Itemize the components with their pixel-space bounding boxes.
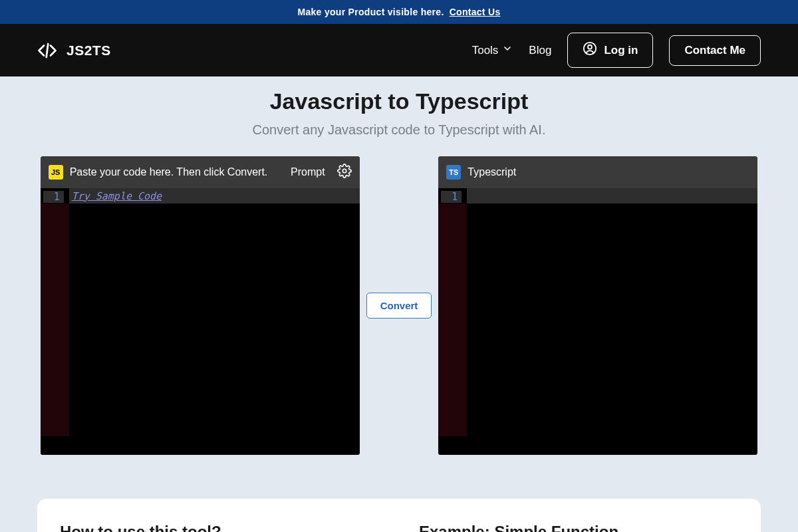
prompt-button[interactable]: Prompt (291, 166, 325, 178)
source-editor-header: JS Paste your code here. Then click Conv… (41, 156, 360, 188)
navbar: JS2TS Tools Blog Log in Contact Me (0, 24, 798, 76)
how-to-title: How to use this tool? (60, 523, 379, 532)
source-editor-label: Paste your code here. Then click Convert… (70, 166, 268, 178)
line-number: 1 (441, 191, 462, 203)
line-number: 1 (43, 191, 64, 203)
contact-me-button[interactable]: Contact Me (669, 35, 761, 66)
output-editor-header: TS Typescript (438, 156, 757, 188)
svg-point-3 (342, 169, 346, 173)
svg-point-2 (588, 45, 592, 49)
ts-badge-icon: TS (446, 165, 461, 180)
banner-contact-link[interactable]: Contact Us (450, 7, 501, 17)
source-editor-body[interactable]: 1 Try Sample Code (41, 188, 360, 455)
nav-blog[interactable]: Blog (529, 44, 551, 57)
page-subtitle: Convert any Javascript code to Typescrip… (0, 122, 798, 138)
editor-row: JS Paste your code here. Then click Conv… (0, 156, 798, 455)
how-to-section: How to use this tool? (60, 523, 379, 532)
source-editor: JS Paste your code here. Then click Conv… (41, 156, 360, 455)
login-button[interactable]: Log in (567, 33, 653, 68)
example-title: Example: Simple Function (419, 523, 738, 532)
output-editor-label: Typescript (467, 166, 516, 178)
svg-line-0 (47, 44, 49, 57)
gutter-stripe (41, 203, 69, 436)
info-card: How to use this tool? Example: Simple Fu… (37, 499, 761, 532)
output-code-area (467, 188, 757, 455)
convert-button[interactable]: Convert (366, 293, 432, 319)
example-section: Example: Simple Function (419, 523, 738, 532)
code-icon (37, 41, 57, 61)
source-code-area[interactable]: Try Sample Code (69, 188, 360, 455)
login-label: Log in (604, 44, 638, 57)
gutter-stripe (438, 203, 467, 436)
hero: Javascript to Typescript Convert any Jav… (0, 76, 798, 138)
output-editor: TS Typescript 1 (438, 156, 757, 455)
brand[interactable]: JS2TS (37, 41, 111, 61)
nav-tools-label: Tools (472, 44, 499, 57)
output-editor-body[interactable]: 1 (438, 188, 757, 455)
promo-banner: Make your Product visible here. Contact … (0, 0, 798, 24)
js-badge-icon: JS (49, 165, 63, 180)
gear-icon[interactable] (337, 164, 352, 181)
brand-name: JS2TS (66, 43, 111, 59)
banner-text: Make your Product visible here. (297, 7, 444, 17)
convert-wrap: Convert (366, 293, 432, 319)
nav-right: Tools Blog Log in Contact Me (472, 33, 761, 68)
user-icon (583, 41, 597, 59)
page-title: Javascript to Typescript (0, 88, 798, 114)
chevron-down-icon (502, 43, 513, 57)
try-sample-link[interactable]: Try Sample Code (72, 190, 162, 202)
nav-tools[interactable]: Tools (472, 43, 513, 57)
